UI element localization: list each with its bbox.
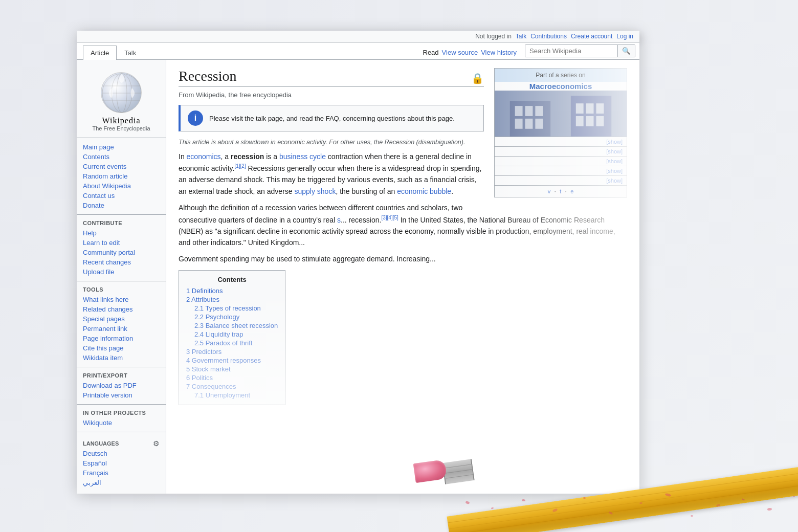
link-economics[interactable]: economics: [187, 152, 221, 161]
article-title: Recession: [179, 68, 237, 84]
sidebar-item-random-article[interactable]: Random article: [77, 171, 166, 181]
sidebar-item-cite-this-page[interactable]: Cite this page: [77, 343, 166, 353]
link-supply-shock[interactable]: supply shock: [294, 187, 336, 195]
search-input[interactable]: [525, 45, 617, 57]
sidebar-lang-espanol[interactable]: Español: [77, 458, 166, 468]
contributions-link[interactable]: Contributions: [530, 33, 567, 40]
toc-item-2[interactable]: 2 Attributes: [186, 295, 278, 304]
vtef-v[interactable]: v: [548, 188, 551, 194]
lock-icon: 🔒: [471, 72, 484, 84]
sidebar-lang-deutsch[interactable]: Deutsch: [77, 449, 166, 458]
infobox-show-0[interactable]: [show]: [606, 139, 623, 145]
sidebar-item-permanent-link[interactable]: Permanent link: [77, 324, 166, 334]
vtef-e[interactable]: e: [570, 188, 573, 194]
toc-item-1[interactable]: 1 Definitions: [186, 286, 278, 295]
vtef-t[interactable]: t: [560, 188, 561, 194]
talk-link[interactable]: Talk: [516, 33, 526, 40]
sidebar-item-related-changes[interactable]: Related changes: [77, 304, 166, 314]
svg-rect-15: [576, 103, 584, 114]
sidebar-item-contact-us[interactable]: Contact us: [77, 191, 166, 201]
toc-title: Contents: [186, 276, 278, 283]
toc-item-2-2[interactable]: 2.2 Psychology: [186, 313, 278, 321]
talk-page-link[interactable]: talk page: [256, 115, 283, 122]
link-gdp[interactable]: s: [337, 215, 341, 224]
table-of-contents: Contents 1 Definitions 2 Attributes 2.1 …: [179, 270, 285, 405]
infobox-row-4: [show]: [495, 175, 627, 185]
infobox-show-4[interactable]: [show]: [606, 178, 623, 184]
article-para-2: Although the definition of a recession v…: [179, 202, 627, 248]
infobox-show-2[interactable]: [show]: [606, 158, 623, 164]
ref-2[interactable]: [2]: [240, 163, 246, 169]
main-layout: Wikipedia The Free Encyclopedia Main pag…: [77, 60, 639, 494]
sidebar-item-wikiquote[interactable]: Wikiquote: [77, 418, 166, 428]
view-history-link[interactable]: View history: [481, 49, 517, 56]
sidebar-item-upload-file[interactable]: Upload file: [77, 267, 166, 277]
infobox-show-1[interactable]: [show]: [606, 148, 623, 154]
sidebar-item-about-wikipedia[interactable]: About Wikipedia: [77, 181, 166, 191]
tab-bar: Article Talk Read View source View histo…: [77, 42, 639, 60]
other-projects-title: In other projects: [77, 409, 166, 418]
infobox-header: Part of a series on: [495, 69, 627, 82]
ref-3[interactable]: [3]: [381, 215, 387, 220]
top-bar: Not logged in Talk Contributions Create …: [77, 31, 639, 42]
gear-icon[interactable]: ⚙: [153, 439, 160, 448]
ref-4[interactable]: [4]: [387, 215, 393, 220]
link-economic-bubble[interactable]: economic bubble: [397, 187, 451, 195]
sidebar-item-contents[interactable]: Contents: [77, 152, 166, 162]
infobox-title[interactable]: Macroeconomics: [495, 82, 627, 91]
sidebar-lang-francais[interactable]: Français: [77, 468, 166, 478]
sidebar-item-page-information[interactable]: Page information: [77, 334, 166, 343]
infobox-row-0: [show]: [495, 137, 627, 146]
create-account-link[interactable]: Create account: [571, 33, 612, 40]
tab-article[interactable]: Article: [83, 46, 117, 60]
svg-rect-9: [515, 106, 523, 116]
ref-1[interactable]: [1]: [234, 163, 240, 169]
ref-5[interactable]: [5]: [393, 215, 398, 220]
svg-rect-14: [535, 119, 543, 129]
sidebar-item-community-portal[interactable]: Community portal: [77, 248, 166, 257]
sidebar-item-current-events[interactable]: Current events: [77, 162, 166, 171]
not-logged-in-text: Not logged in: [475, 33, 512, 40]
toc-item-3[interactable]: 3 Predictors: [186, 347, 278, 356]
view-controls: Read View source View history: [419, 46, 521, 59]
languages-header: Languages ⚙: [77, 436, 166, 449]
sidebar-item-printable-version[interactable]: Printable version: [77, 390, 166, 400]
sidebar-item-wikidata-item[interactable]: Wikidata item: [77, 353, 166, 363]
toc-item-7[interactable]: 7 Consequences: [186, 382, 278, 391]
toc-item-4[interactable]: 4 Government responses: [186, 356, 278, 365]
sidebar-item-main-page[interactable]: Main page: [77, 142, 166, 152]
tab-talk[interactable]: Talk: [117, 46, 144, 60]
infobox-show-3[interactable]: [show]: [606, 168, 623, 174]
view-source-link[interactable]: View source: [442, 49, 478, 56]
toc-item-6[interactable]: 6 Politics: [186, 373, 278, 382]
info-box: i Please visit the talk page, and read t…: [179, 105, 484, 131]
sidebar-item-special-pages[interactable]: Special pages: [77, 314, 166, 324]
sidebar-item-donate[interactable]: Donate: [77, 201, 166, 210]
sidebar-languages: Languages ⚙ Deutsch Español Français الع…: [77, 432, 166, 490]
content-area: Part of a series on Macroeconomics: [166, 60, 639, 494]
toc-item-2-1[interactable]: 2.1 Types of recession: [186, 304, 278, 313]
faq-link[interactable]: FAQ: [326, 115, 339, 122]
print-title: Print/export: [77, 371, 166, 381]
tools-title: Tools: [77, 285, 166, 295]
toc-item-7-1[interactable]: 7.1 Unemployment: [186, 391, 278, 400]
toc-item-2-4[interactable]: 2.4 Liquidity trap: [186, 330, 278, 339]
sidebar-item-help[interactable]: Help: [77, 228, 166, 238]
search-button[interactable]: 🔍: [617, 45, 635, 57]
sidebar-item-download-pdf[interactable]: Download as PDF: [77, 381, 166, 390]
page-title: Recession 🔒: [179, 68, 484, 87]
sidebar-item-learn-to-edit[interactable]: Learn to edit: [77, 238, 166, 248]
toc-item-5[interactable]: 5 Stock market: [186, 365, 278, 373]
sidebar: Wikipedia The Free Encyclopedia Main pag…: [77, 60, 166, 494]
log-in-link[interactable]: Log in: [616, 33, 633, 40]
sidebar-tools: Tools What links here Related changes Sp…: [77, 281, 166, 365]
sidebar-item-what-links-here[interactable]: What links here: [77, 295, 166, 304]
article-infobox: Part of a series on Macroeconomics: [494, 68, 627, 197]
toc-item-2-5[interactable]: 2.5 Paradox of thrift: [186, 339, 278, 347]
toc-item-2-3[interactable]: 2.3 Balance sheet recession: [186, 321, 278, 330]
sidebar-lang-arabic[interactable]: العربي: [77, 478, 166, 487]
link-business-cycle[interactable]: business cycle: [279, 152, 326, 161]
article-para-3: Government spending may be used to stimu…: [179, 253, 627, 264]
svg-rect-18: [576, 116, 584, 126]
sidebar-item-recent-changes[interactable]: Recent changes: [77, 257, 166, 267]
